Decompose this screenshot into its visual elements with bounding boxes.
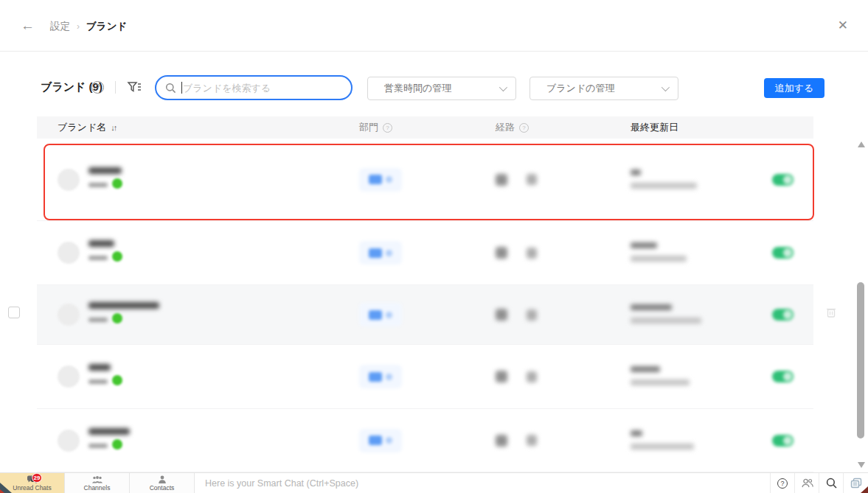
column-header-brand-name-label: ブランド名	[58, 121, 106, 134]
sort-icon[interactable]: ↓↑	[111, 123, 116, 132]
help-icon: ?	[777, 478, 788, 489]
brand-avatar	[58, 430, 80, 452]
updated-line-2	[631, 256, 687, 262]
updated-line-1	[631, 169, 641, 175]
title-help-icon[interactable]: ?	[91, 81, 104, 94]
route-icon-2	[527, 174, 537, 185]
people-group-icon	[91, 476, 103, 484]
department-tag	[369, 310, 382, 320]
online-status-dot	[112, 439, 122, 450]
add-button[interactable]: 追加する	[764, 78, 824, 98]
department-count	[386, 437, 392, 444]
online-status-dot	[112, 375, 122, 385]
search-button[interactable]	[819, 473, 844, 493]
route-icons-blur	[496, 247, 537, 259]
department-help-icon[interactable]: ?	[383, 123, 392, 133]
department-count	[386, 176, 392, 183]
trash-icon[interactable]	[825, 306, 837, 318]
chevron-down-icon	[499, 83, 507, 91]
route-help-icon[interactable]: ?	[519, 123, 529, 133]
route-icons-blur	[496, 371, 537, 382]
tab-channels[interactable]: Channels	[65, 473, 130, 493]
top-bar: ← 設定 › ブランド ✕	[0, 0, 868, 52]
corner-resize-decoration	[861, 486, 868, 493]
toolbar-divider	[115, 81, 116, 94]
dropdown-business-hours[interactable]: 営業時間の管理	[367, 77, 516, 100]
last-updated-blur	[631, 169, 697, 188]
department-badge-blur	[359, 365, 402, 388]
blurred-status-text	[88, 183, 108, 187]
table-row[interactable]	[37, 139, 813, 221]
route-icon-1	[496, 309, 507, 321]
department-tag	[369, 175, 382, 184]
scrollbar-thumb[interactable]	[857, 282, 864, 438]
department-count	[386, 374, 392, 380]
route-icons-blur	[496, 435, 537, 447]
blurred-name	[88, 302, 159, 309]
route-icons-blur	[496, 309, 537, 321]
tab-unread-chats-label: Unread Chats	[13, 485, 51, 492]
table-row[interactable]	[37, 221, 813, 285]
scrollbar-down-arrow[interactable]	[858, 462, 865, 468]
row-checkbox[interactable]	[8, 307, 20, 318]
online-status-dot	[112, 313, 122, 324]
department-badge-blur	[359, 303, 402, 326]
updated-line-2	[631, 318, 701, 324]
column-header-last-updated: 最終更新日	[631, 121, 678, 134]
blurred-name	[88, 428, 130, 435]
department-badge-blur	[359, 429, 402, 452]
help-button[interactable]: ?	[771, 473, 795, 493]
brand-enabled-toggle[interactable]	[772, 174, 794, 186]
search-input[interactable]	[183, 83, 342, 94]
department-tag	[369, 248, 382, 258]
close-icon[interactable]: ✕	[838, 18, 848, 33]
brand-avatar	[58, 366, 80, 388]
tab-contacts[interactable]: Contacts	[130, 473, 195, 493]
back-arrow-icon[interactable]: ←	[21, 18, 35, 34]
table-row[interactable]	[37, 345, 813, 409]
column-header-department-label: 部門	[359, 121, 378, 134]
table-row[interactable]	[37, 409, 813, 472]
bottom-bar: 29 Unread Chats Channels Contacts ?	[0, 472, 868, 493]
last-updated-blur	[631, 304, 701, 324]
blurred-name	[88, 240, 114, 247]
breadcrumb-settings[interactable]: 設定	[50, 20, 70, 33]
route-icon-2	[527, 371, 537, 382]
column-header-brand-name[interactable]: ブランド名 ↓↑	[58, 121, 116, 134]
route-icon-1	[496, 174, 507, 186]
smart-chat-input[interactable]	[195, 478, 770, 489]
table-header: ブランド名 ↓↑ 部門 ? 経路 ? 最終更新日	[37, 116, 813, 139]
blurred-status-text	[88, 444, 108, 448]
members-button[interactable]	[795, 473, 819, 493]
route-icon-1	[496, 247, 507, 259]
last-updated-blur	[631, 430, 694, 449]
chevron-down-icon	[662, 83, 670, 91]
search-box	[155, 75, 353, 100]
dropdown-brand-manage[interactable]: ブランドの管理	[530, 77, 678, 100]
blurred-name	[88, 364, 111, 371]
route-icon-2	[527, 310, 537, 321]
updated-line-1	[631, 366, 660, 372]
brand-enabled-toggle[interactable]	[772, 371, 794, 382]
corner-red-decoration	[0, 489, 4, 493]
brand-enabled-toggle[interactable]	[772, 247, 794, 259]
department-badge-blur	[359, 168, 402, 192]
updated-line-2	[631, 380, 690, 385]
dropdown-business-hours-label: 営業時間の管理	[384, 82, 499, 95]
person-icon	[158, 475, 167, 484]
text-caret	[181, 82, 182, 94]
updated-line-1	[631, 430, 642, 436]
scrollbar-up-arrow[interactable]	[858, 141, 865, 147]
table-row[interactable]	[37, 285, 813, 345]
filter-icon[interactable]	[127, 80, 142, 95]
brand-avatar	[58, 169, 80, 191]
unread-badge: 29	[32, 473, 43, 483]
brand-avatar	[58, 242, 80, 264]
updated-line-2	[631, 182, 697, 188]
brand-enabled-toggle[interactable]	[772, 435, 794, 447]
online-status-dot	[112, 251, 122, 262]
search-icon	[165, 83, 176, 94]
blurred-status-text	[88, 380, 108, 384]
updated-line-1	[631, 242, 657, 248]
brand-enabled-toggle[interactable]	[772, 309, 794, 321]
